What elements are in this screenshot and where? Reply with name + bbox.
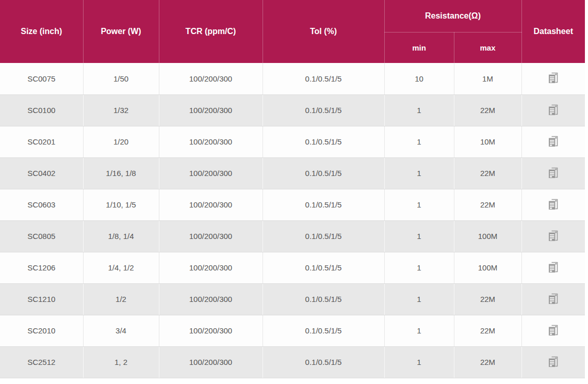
table-row: SC2512 1, 2 100/200/300 0.1/0.5/1/5 1 22…: [0, 346, 585, 378]
cell-size: SC0805: [0, 220, 83, 252]
cell-size: SC2010: [0, 315, 83, 346]
cell-resistance-min: 1: [384, 126, 454, 157]
cell-resistance-min: 1: [384, 283, 454, 315]
table-row: SC0075 1/50 100/200/300 0.1/0.5/1/5 10 1…: [0, 63, 585, 94]
cell-tol: 0.1/0.5/1/5: [263, 283, 384, 315]
cell-resistance-min: 1: [384, 94, 454, 126]
cell-resistance-max: 1M: [454, 63, 521, 94]
document-copy-icon: [547, 356, 559, 369]
table-row: SC2010 3/4 100/200/300 0.1/0.5/1/5 1 22M: [0, 315, 585, 346]
datasheet-download-button[interactable]: [546, 229, 560, 244]
cell-power: 1, 2: [83, 346, 159, 378]
document-copy-icon: [547, 293, 559, 306]
cell-power: 1/20: [83, 126, 159, 157]
datasheet-download-button[interactable]: [546, 323, 560, 338]
document-copy-icon: [547, 230, 559, 243]
datasheet-download-button[interactable]: [546, 355, 560, 370]
cell-resistance-max: 10M: [454, 126, 521, 157]
cell-datasheet: [521, 189, 585, 220]
cell-resistance-min: 10: [384, 63, 454, 94]
cell-resistance-min: 1: [384, 189, 454, 220]
cell-tcr: 100/200/300: [159, 315, 263, 346]
col-header-tcr: TCR (ppm/C): [159, 0, 263, 63]
document-copy-icon: [547, 198, 559, 211]
cell-datasheet: [521, 126, 585, 157]
cell-power: 1/16, 1/8: [83, 157, 159, 189]
col-header-power: Power (W): [83, 0, 159, 63]
cell-tol: 0.1/0.5/1/5: [263, 157, 384, 189]
datasheet-download-button[interactable]: [546, 71, 560, 86]
cell-resistance-max: 22M: [454, 283, 521, 315]
cell-resistance-min: 1: [384, 220, 454, 252]
cell-size: SC0201: [0, 126, 83, 157]
document-copy-icon: [547, 72, 559, 85]
cell-power: 1/10, 1/5: [83, 189, 159, 220]
datasheet-download-button[interactable]: [546, 292, 560, 307]
table-row: SC0100 1/32 100/200/300 0.1/0.5/1/5 1 22…: [0, 94, 585, 126]
cell-tcr: 100/200/300: [159, 283, 263, 315]
cell-tol: 0.1/0.5/1/5: [263, 63, 384, 94]
document-copy-icon: [547, 104, 559, 117]
cell-resistance-min: 1: [384, 252, 454, 283]
cell-datasheet: [521, 63, 585, 94]
cell-datasheet: [521, 283, 585, 315]
datasheet-download-button[interactable]: [546, 197, 560, 212]
cell-tol: 0.1/0.5/1/5: [263, 126, 384, 157]
datasheet-download-button[interactable]: [546, 134, 560, 149]
cell-power: 1/4, 1/2: [83, 252, 159, 283]
table-row: SC0805 1/8, 1/4 100/200/300 0.1/0.5/1/5 …: [0, 220, 585, 252]
cell-datasheet: [521, 220, 585, 252]
cell-size: SC1210: [0, 283, 83, 315]
cell-datasheet: [521, 252, 585, 283]
cell-resistance-max: 100M: [454, 252, 521, 283]
col-header-datasheet: Datasheet: [521, 0, 585, 63]
cell-tcr: 100/200/300: [159, 189, 263, 220]
cell-size: SC0075: [0, 63, 83, 94]
datasheet-download-button[interactable]: [546, 166, 560, 181]
table-row: SC0402 1/16, 1/8 100/200/300 0.1/0.5/1/5…: [0, 157, 585, 189]
document-copy-icon: [547, 324, 559, 337]
cell-power: 1/50: [83, 63, 159, 94]
col-header-resistance: Resistance(Ω): [384, 0, 521, 32]
cell-datasheet: [521, 94, 585, 126]
col-header-max: max: [454, 32, 521, 63]
cell-tcr: 100/200/300: [159, 126, 263, 157]
table-header: Size (inch) Power (W) TCR (ppm/C) Tol (%…: [0, 0, 585, 63]
cell-tcr: 100/200/300: [159, 346, 263, 378]
cell-size: SC1206: [0, 252, 83, 283]
datasheet-download-button[interactable]: [546, 103, 560, 118]
cell-tcr: 100/200/300: [159, 252, 263, 283]
col-header-min: min: [384, 32, 454, 63]
cell-tcr: 100/200/300: [159, 220, 263, 252]
cell-resistance-max: 22M: [454, 189, 521, 220]
document-copy-icon: [547, 261, 559, 274]
cell-power: 3/4: [83, 315, 159, 346]
table-row: SC1206 1/4, 1/2 100/200/300 0.1/0.5/1/5 …: [0, 252, 585, 283]
cell-size: SC0100: [0, 94, 83, 126]
cell-tol: 0.1/0.5/1/5: [263, 346, 384, 378]
table-row: SC0603 1/10, 1/5 100/200/300 0.1/0.5/1/5…: [0, 189, 585, 220]
cell-datasheet: [521, 157, 585, 189]
cell-tol: 0.1/0.5/1/5: [263, 252, 384, 283]
cell-datasheet: [521, 346, 585, 378]
cell-resistance-max: 22M: [454, 315, 521, 346]
table-body: SC0075 1/50 100/200/300 0.1/0.5/1/5 10 1…: [0, 63, 585, 378]
cell-resistance-min: 1: [384, 346, 454, 378]
document-copy-icon: [547, 135, 559, 148]
datasheet-download-button[interactable]: [546, 260, 560, 275]
cell-resistance-max: 22M: [454, 157, 521, 189]
cell-tcr: 100/200/300: [159, 157, 263, 189]
cell-datasheet: [521, 315, 585, 346]
cell-resistance-min: 1: [384, 157, 454, 189]
cell-tol: 0.1/0.5/1/5: [263, 220, 384, 252]
cell-resistance-max: 22M: [454, 346, 521, 378]
cell-resistance-min: 1: [384, 315, 454, 346]
cell-resistance-max: 22M: [454, 94, 521, 126]
cell-size: SC2512: [0, 346, 83, 378]
document-copy-icon: [547, 167, 559, 180]
cell-size: SC0402: [0, 157, 83, 189]
cell-tol: 0.1/0.5/1/5: [263, 189, 384, 220]
cell-tol: 0.1/0.5/1/5: [263, 94, 384, 126]
cell-size: SC0603: [0, 189, 83, 220]
cell-power: 1/2: [83, 283, 159, 315]
